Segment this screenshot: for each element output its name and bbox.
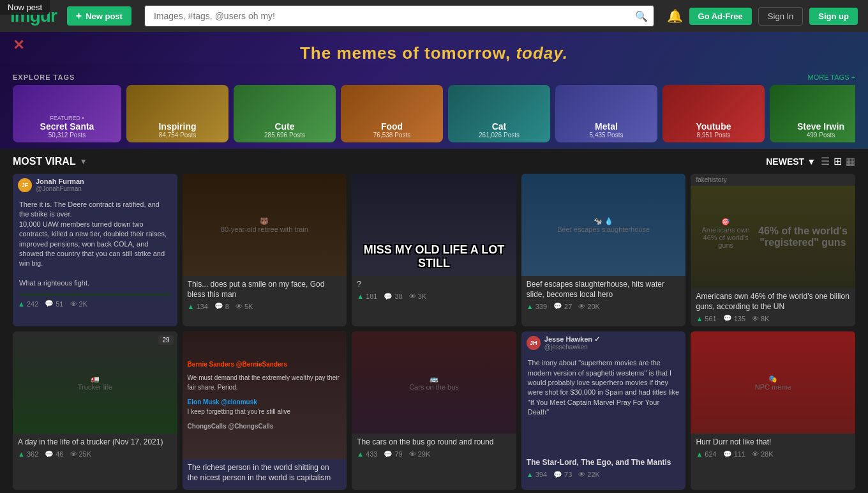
search-icon[interactable]: 🔍 xyxy=(635,10,648,22)
post-stats: ▲134 💬8 👁5K xyxy=(188,302,342,310)
post-user: JF Jonah Furman @JonahFurman xyxy=(13,174,177,193)
explore-tags-label: EXPLORE TAGS xyxy=(13,73,75,81)
tags-header: EXPLORE TAGS MORE TAGS + xyxy=(13,70,855,85)
tag-card-youtube[interactable]: Youtube 8,951 Posts xyxy=(662,85,765,142)
post-card-footer: The richest person in the world shitting… xyxy=(183,459,347,490)
post-title: A day in the life of a trucker (Nov 17, … xyxy=(18,437,172,448)
search-bar: 🔍 xyxy=(144,5,654,27)
compact-view-icon[interactable]: ▦ xyxy=(846,155,855,167)
post-title: Americans own 46% of the world's one bil… xyxy=(696,292,850,312)
post-card[interactable]: 🐻80-year-old retiree with train This... … xyxy=(183,174,347,326)
tags-row: FEATURED • Secret Santa 50,312 Posts Ins… xyxy=(13,85,855,149)
post-subtitle: The Star-Lord, The Ego, and The Mantis xyxy=(527,458,681,468)
username: Jonah Furman @JonahFurman xyxy=(36,178,84,192)
tag-card-content: FEATURED • Secret Santa 50,312 Posts xyxy=(13,111,121,142)
now-pest-banner: Now pest xyxy=(0,0,50,15)
post-stats: ▲394 💬73 👁22K xyxy=(527,471,681,479)
newest-sort-label[interactable]: NEWEST ▼ xyxy=(766,156,816,167)
list-view-icon[interactable]: ☰ xyxy=(821,155,830,167)
sort-dropdown-icon[interactable]: ▼ xyxy=(80,157,87,166)
grid-view-icon[interactable]: ⊞ xyxy=(834,155,842,167)
post-title: Hurr Durr not like that! xyxy=(696,437,850,448)
post-card[interactable]: JF Jonah Furman @JonahFurman There it is… xyxy=(13,174,177,326)
sign-in-button[interactable]: Sign In xyxy=(758,7,803,26)
main-header: imgur New post 🔍 🔔 Go Ad-Free Sign In Si… xyxy=(0,0,868,32)
search-input[interactable] xyxy=(144,5,654,27)
tags-section: EXPLORE TAGS MORE TAGS + FEATURED • Secr… xyxy=(0,63,868,149)
post-card-footer: Beef escapes slaughterhouse, hits water … xyxy=(521,276,686,314)
post-card[interactable]: fakehistory 🎯Americans own 46% of world'… xyxy=(691,174,855,326)
content-header: MOST VIRAL ▼ NEWEST ▼ ☰ ⊞ ▦ xyxy=(13,155,855,167)
tag-card-cute[interactable]: Cute 285,696 Posts xyxy=(234,85,336,142)
post-title: The cars on the bus go round and round xyxy=(357,437,511,448)
hero-title-pre: The memes of tomorrow, xyxy=(300,43,511,63)
meme-text: MISS MY OLD LIFE A LOT STILL xyxy=(357,243,511,271)
post-image: Bernie Sanders @BernieSanders We must de… xyxy=(183,331,347,459)
post-title: The richest person in the world shitting… xyxy=(188,463,342,483)
avatar: JH xyxy=(527,336,541,350)
upvote-stat: ▲242 xyxy=(18,300,38,308)
post-image: MISS MY OLD LIFE A LOT STILL xyxy=(352,174,516,276)
post-card-footer: A day in the life of a trucker (Nov 17, … xyxy=(13,434,177,462)
post-image: 🎭NPC meme xyxy=(691,331,855,434)
post-card-footer: ▲242 💬51 👁2K xyxy=(13,296,177,312)
post-badge: 29 xyxy=(158,335,173,345)
new-post-label: New post xyxy=(86,11,123,21)
post-user: fakehistory xyxy=(691,174,855,186)
sort-label[interactable]: MOST VIRAL ▼ xyxy=(13,156,87,167)
post-card-footer: Americans own 46% of the world's one bil… xyxy=(691,288,855,326)
view-options: NEWEST ▼ ☰ ⊞ ▦ xyxy=(766,155,855,167)
tag-card-cat[interactable]: Cat 261,026 Posts xyxy=(448,85,550,142)
post-card-footer: This... does put a smile on my face, God… xyxy=(183,276,347,314)
post-card[interactable]: 🚌Cars on the bus The cars on the bus go … xyxy=(352,331,516,490)
post-card[interactable]: 🐄 💧Beef escapes slaughterhouse Beef esca… xyxy=(521,174,686,326)
post-stats: ▲242 💬51 👁2K xyxy=(18,300,172,308)
main-content: MOST VIRAL ▼ NEWEST ▼ ☰ ⊞ ▦ JF Jonah Fur… xyxy=(0,149,868,493)
post-card-footer: The cars on the bus go round and round ▲… xyxy=(352,434,516,462)
post-stats: ▲339 💬27 👁20K xyxy=(527,302,681,310)
post-source: fakehistory xyxy=(696,176,726,183)
tag-card-metal[interactable]: Metal 5,435 Posts xyxy=(555,85,657,142)
post-title: This... does put a smile on my face, God… xyxy=(188,280,342,300)
tag-card-steve-irwin[interactable]: Steve Irwin 499 Posts xyxy=(770,85,855,142)
post-user: JH Jesse Hawken ✓ @jessehawken xyxy=(521,331,686,352)
post-card[interactable]: JH Jesse Hawken ✓ @jessehawken The irony… xyxy=(521,331,686,490)
hero-close-icon[interactable]: ✕ xyxy=(13,37,24,54)
posts-grid: JF Jonah Furman @JonahFurman There it is… xyxy=(13,174,855,493)
avatar: JF xyxy=(18,178,32,192)
post-image: 🚛Trucker life xyxy=(13,331,177,434)
newest-dropdown-icon[interactable]: ▼ xyxy=(807,156,816,167)
post-stats: ▲181 💬38 👁3K xyxy=(357,292,511,301)
post-stats: ▲362 💬46 👁25K xyxy=(18,450,172,459)
post-title: Beef escapes slaughterhouse, hits water … xyxy=(527,280,681,300)
hero-banner: ✕ The memes of tomorrow, today. EXPLORE … xyxy=(0,32,868,149)
ad-free-button[interactable]: Go Ad-Free xyxy=(689,8,752,25)
new-post-button[interactable]: New post xyxy=(67,6,131,26)
post-card-footer: The Star-Lord, The Ego, and The Mantis ▲… xyxy=(521,454,686,483)
header-actions: 🔔 Go Ad-Free Sign In Sign up xyxy=(667,7,858,26)
post-text-content: There it is. The Deere contract is ratif… xyxy=(13,193,177,296)
post-card[interactable]: 29 🚛Trucker life A day in the life of a … xyxy=(13,331,177,490)
post-card[interactable]: Bernie Sanders @BernieSanders We must de… xyxy=(183,331,347,490)
post-card[interactable]: MISS MY OLD LIFE A LOT STILL ? ▲181 💬38 … xyxy=(352,174,516,326)
now-pest-text: Now pest xyxy=(8,3,42,12)
notification-icon[interactable]: 🔔 xyxy=(667,8,683,24)
tag-card-food[interactable]: Food 76,538 Posts xyxy=(341,85,443,142)
more-tags-label[interactable]: MORE TAGS + xyxy=(808,73,855,81)
view-icons: ☰ ⊞ ▦ xyxy=(821,155,855,167)
more-tags-text: MORE TAGS + xyxy=(808,73,855,81)
post-stats: ▲433 💬79 👁29K xyxy=(357,450,511,459)
hero-title: The memes of tomorrow, today. xyxy=(0,43,868,63)
post-card-footer: ? ▲181 💬38 👁3K xyxy=(352,276,516,305)
sort-label-text: MOST VIRAL xyxy=(13,156,76,167)
post-title: ? xyxy=(357,280,511,290)
tag-card-secret-santa[interactable]: FEATURED • Secret Santa 50,312 Posts xyxy=(13,85,121,142)
post-card[interactable]: 🎭NPC meme Hurr Durr not like that! ▲624 … xyxy=(691,331,855,490)
post-stats: ▲624 💬111 👁28K xyxy=(696,450,850,459)
view-stat: 👁2K xyxy=(70,300,87,308)
post-text-content: The irony about "superhero movies are th… xyxy=(521,352,686,454)
tag-card-inspiring[interactable]: Inspiring 84,754 Posts xyxy=(126,85,228,142)
comment-stat: 💬51 xyxy=(45,300,63,308)
hero-title-highlight: today. xyxy=(516,43,568,63)
sign-up-button[interactable]: Sign up xyxy=(809,8,858,25)
